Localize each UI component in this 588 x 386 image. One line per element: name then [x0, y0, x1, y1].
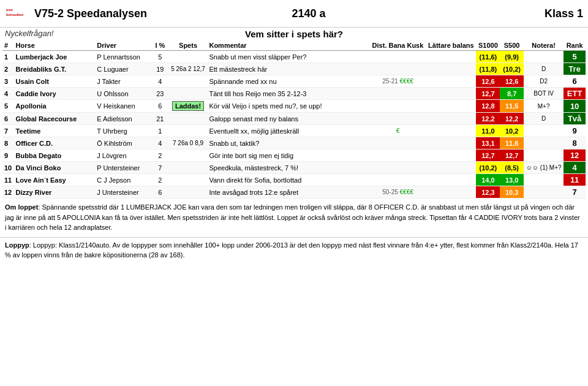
row-horse: Officer C.D.	[14, 137, 96, 149]
row-spets: Laddas!	[169, 100, 208, 113]
row-driver: T Uhrberg	[95, 125, 151, 137]
subheader-main: Vem sitter i spets här?	[149, 29, 439, 39]
row-s500: 13,0	[500, 174, 524, 186]
race-distance: 2140 a	[217, 7, 401, 20]
table-row: 6Global RacecourseE Adielsson21Galopp se…	[2, 113, 586, 125]
row-latt	[426, 63, 476, 75]
row-s500: 11,6	[500, 137, 524, 149]
row-rank: 9	[564, 125, 586, 137]
row-s1000: (11,6)	[476, 51, 500, 63]
row-rank: ETT	[564, 88, 586, 100]
row-ipct: 7	[151, 162, 169, 174]
row-horse: Dizzy River	[14, 186, 96, 199]
row-kommentar: Snabb ut, taktik?	[207, 137, 369, 149]
col-horse: Horse	[14, 40, 96, 51]
row-kommentar: Vann direkt för Sofia, bortlottad	[207, 174, 369, 186]
row-s500: (8,5)	[500, 162, 524, 174]
row-rank: 11	[564, 174, 586, 186]
row-rank: 7	[564, 186, 586, 199]
row-horse: Bubba Degato	[14, 149, 96, 162]
row-notera: M+?	[524, 100, 564, 113]
row-driver: J Lövgren	[95, 149, 151, 162]
row-ipct: 2	[151, 174, 169, 186]
row-driver: P Lennartsson	[95, 51, 151, 63]
footnote-section: Om loppet: Spännande spetsstrid där 1 LU…	[0, 199, 588, 235]
row-s500: 12,7	[500, 149, 524, 162]
row-latt	[426, 88, 476, 100]
row-notera	[524, 51, 564, 63]
table-row: 1Lumberjack JoeP Lennartsson5Snabb ut me…	[2, 51, 586, 63]
svg-text:trav: trav	[6, 8, 13, 12]
col-s1000: S1000	[476, 40, 500, 51]
row-num: 12	[2, 186, 14, 199]
col-num: #	[2, 40, 14, 51]
row-rank: 12	[564, 149, 586, 162]
row-driver: J Untersteiner	[95, 186, 151, 199]
row-latt	[426, 186, 476, 199]
row-ipct: 4	[151, 75, 169, 88]
row-kommentar: Spännande med xx nu	[207, 75, 369, 88]
row-num: 5	[2, 100, 14, 113]
row-rank: 6	[564, 75, 586, 88]
row-s1000: 12,7	[476, 88, 500, 100]
footer-loppyp-label: Loppyp:	[5, 241, 33, 249]
col-notera: Notera!	[524, 40, 564, 51]
race-class: Klass 1	[400, 7, 583, 20]
row-s1000: 12,7	[476, 149, 500, 162]
row-ipct: 1	[151, 125, 169, 137]
row-ipct: 4	[151, 137, 169, 149]
row-driver: J Takter	[95, 75, 151, 88]
footer-section: Loppyp: Loppyp: Klass1/2140auto. Av de l…	[0, 237, 588, 263]
row-s500: 10,2	[500, 125, 524, 137]
row-notera: BOT IV	[524, 88, 564, 100]
row-rank: Tre	[564, 63, 586, 75]
row-dist-bana-kusk	[370, 174, 426, 186]
row-latt	[426, 174, 476, 186]
row-horse: Usain Colt	[14, 75, 96, 88]
row-horse: Global Racecourse	[14, 113, 96, 125]
row-notera	[524, 174, 564, 186]
row-notera	[524, 149, 564, 162]
row-driver: V Heiskanen	[95, 100, 151, 113]
row-rank: Två	[564, 113, 586, 125]
row-num: 2	[2, 63, 14, 75]
footnote-text: Spännande spetsstrid där 1 LUMBERJACK JO…	[5, 203, 580, 231]
row-latt	[426, 75, 476, 88]
row-spets	[169, 186, 208, 199]
col-s500: S500	[500, 40, 524, 51]
row-s500: 12,6	[500, 75, 524, 88]
row-rank: 10	[564, 100, 586, 113]
row-kommentar: Galopp senast med ny balans	[207, 113, 369, 125]
row-kommentar: Ett mästestreck här	[207, 63, 369, 75]
row-latt	[426, 51, 476, 63]
row-horse: Apollonia	[14, 100, 96, 113]
row-kommentar: Speedkula, mästestreck, 7 %!	[207, 162, 369, 174]
row-horse: Da Vinci Boko	[14, 162, 96, 174]
row-spets	[169, 113, 208, 125]
main-table-container: # Horse Driver I % Spets Kommentar Dist.…	[0, 40, 588, 199]
subheader-question: Nyckelfrågan!	[5, 29, 149, 39]
row-num: 3	[2, 75, 14, 88]
row-dist-bana-kusk	[370, 63, 426, 75]
row-ipct: 21	[151, 113, 169, 125]
row-s500: (10,2)	[500, 63, 524, 75]
row-spets: 5 26a 2 12,7	[169, 63, 208, 75]
row-notera	[524, 186, 564, 199]
row-kommentar: Snabb ut men visst släpper Per?	[207, 51, 369, 63]
row-s1000: (11,8)	[476, 63, 500, 75]
row-ipct: 19	[151, 63, 169, 75]
header-section: trav konsulten V75-2 Speedanalysen 2140 …	[0, 0, 588, 40]
row-s1000: 14,0	[476, 174, 500, 186]
row-s1000: 13,1	[476, 137, 500, 149]
row-driver: U Ohlsson	[95, 88, 151, 100]
table-row: 4Caddie IvoryU Ohlsson23Tänt till hos Re…	[2, 88, 586, 100]
row-s500: 10,3	[500, 186, 524, 199]
col-kommentar: Kommentar	[207, 40, 369, 51]
row-horse: Caddie Ivory	[14, 88, 96, 100]
row-horse: Teetime	[14, 125, 96, 137]
row-s1000: 12,8	[476, 100, 500, 113]
row-num: 6	[2, 113, 14, 125]
row-latt	[426, 137, 476, 149]
row-s1000: 12,2	[476, 113, 500, 125]
row-num: 1	[2, 51, 14, 63]
